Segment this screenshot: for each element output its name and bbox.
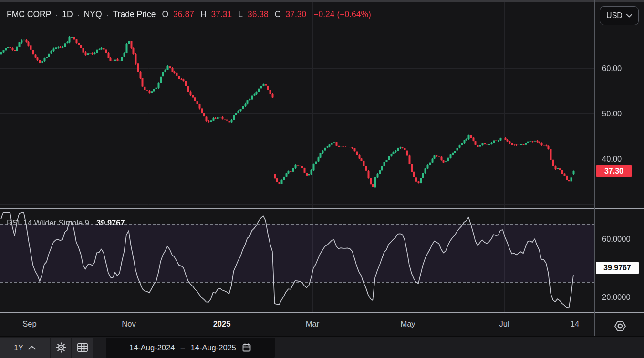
gear-icon <box>56 342 66 353</box>
time-axis-divider <box>0 312 644 313</box>
top-border-strip <box>0 0 644 2</box>
price-tick-label: 60.00 <box>602 63 622 73</box>
trading-chart-app: FMC CORP · 1D · NYQ · Trade Price O36.87… <box>0 0 644 358</box>
rsi-name: RSI <box>7 218 20 227</box>
time-tick-label: Sep <box>22 319 36 328</box>
currency-label: USD <box>606 11 623 20</box>
bottom-toolbar: 1Y <box>0 336 644 358</box>
change-value: −0.24 (−0.64%) <box>313 10 371 20</box>
symbol-name[interactable]: FMC CORP <box>7 10 51 20</box>
low-letter: L <box>238 10 243 20</box>
rsi-indicator-header[interactable]: RSI 14 Wilder Simple 9 39.9767 <box>7 218 125 227</box>
separator-dot: · <box>55 10 58 19</box>
exchange-label[interactable]: NYQ <box>84 10 102 20</box>
high-letter: H <box>200 10 207 20</box>
chart-settings-button[interactable] <box>51 338 71 358</box>
rsi-value-label: 39.9767 <box>596 262 639 274</box>
time-axis[interactable]: SepNov2025MarMayJul14 <box>0 313 594 336</box>
table-grid-icon <box>77 343 88 352</box>
price-axis[interactable]: USD 37.30 39.9767 60.0050.0040.0060.0000… <box>594 0 644 336</box>
pane-divider[interactable] <box>0 208 644 209</box>
last-price-label: 37.30 <box>596 165 632 177</box>
price-scale-settings-button[interactable] <box>613 318 628 334</box>
open-value: 36.87 <box>173 10 194 20</box>
separator-dot: · <box>77 10 80 19</box>
date-from: 14-Aug-2024 <box>129 343 175 352</box>
interval-label[interactable]: 1D <box>62 10 73 20</box>
time-tick-label: May <box>400 319 415 328</box>
date-to: 14-Aug-2025 <box>191 343 236 352</box>
series-type-label: Trade Price <box>113 10 156 20</box>
time-tick-label: 14 <box>571 319 579 328</box>
low-value: 36.38 <box>248 10 269 20</box>
chevron-up-icon <box>28 346 36 350</box>
time-tick-label: Nov <box>122 319 135 328</box>
time-tick-label: 2025 <box>213 319 231 328</box>
rsi-tick-label: 20.0000 <box>602 292 631 302</box>
candlestick-rsi-chart-canvas[interactable] <box>0 0 594 313</box>
data-table-button[interactable] <box>72 338 93 358</box>
date-range-display[interactable]: 14-Aug-2024 – 14-Aug-2025 <box>106 338 275 358</box>
date-range-button[interactable]: 1Y <box>0 338 50 358</box>
separator-dot: · <box>106 10 109 19</box>
open-letter: O <box>162 10 168 20</box>
rsi-params: 14 Wilder Simple 9 <box>23 218 89 227</box>
calendar-icon <box>242 343 251 352</box>
time-tick-label: Jul <box>499 319 509 328</box>
rsi-current-value: 39.9767 <box>96 218 125 227</box>
time-tick-label: Mar <box>306 319 319 328</box>
price-tick-label: 40.00 <box>602 153 622 164</box>
high-value: 37.31 <box>211 10 232 20</box>
close-letter: C <box>275 10 281 20</box>
currency-selector[interactable]: USD <box>600 6 639 25</box>
hexagon-eye-icon <box>613 319 627 333</box>
range-label: 1Y <box>14 343 23 352</box>
price-tick-label: 50.00 <box>602 108 622 119</box>
date-separator: – <box>180 343 185 352</box>
close-value: 37.30 <box>285 10 306 20</box>
chevron-down-icon <box>626 14 632 18</box>
symbol-header: FMC CORP · 1D · NYQ · Trade Price O36.87… <box>7 10 371 20</box>
rsi-tick-label: 60.0000 <box>602 234 631 244</box>
